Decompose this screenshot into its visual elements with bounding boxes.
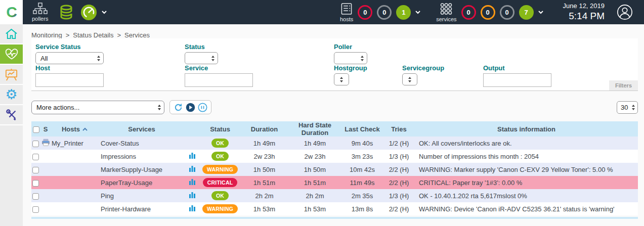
table-row[interactable]: Ping OK 2h 2m 2h 2m 2m 35s 1/3 (H) OK - … — [31, 189, 638, 202]
centreon-c-icon: C — [4, 4, 19, 21]
service-link[interactable]: Cover-Status — [101, 140, 139, 147]
hostgroup-select[interactable] — [334, 73, 349, 85]
poller-chevron-down-icon[interactable] — [101, 10, 107, 14]
filters-tab[interactable]: Filters — [609, 80, 638, 91]
database-status[interactable] — [59, 5, 73, 20]
chart-icon[interactable] — [189, 165, 196, 172]
service-input[interactable] — [185, 73, 253, 87]
latency-status[interactable] — [80, 4, 97, 21]
services-menu[interactable]: services — [436, 3, 456, 22]
status-badge: WARNING — [202, 165, 238, 174]
user-menu[interactable] — [617, 4, 633, 20]
select-arrows-icon — [211, 55, 215, 62]
service-link[interactable]: Printer-Hardware — [101, 205, 151, 213]
col-hosts[interactable]: Hosts — [51, 121, 99, 137]
breadcrumb-item[interactable]: Services — [124, 31, 150, 39]
pollers-menu[interactable]: pollers — [32, 3, 48, 22]
col-duration[interactable]: Duration — [240, 121, 288, 137]
service-status-counter[interactable]: 7 — [519, 5, 534, 20]
last-check-cell: 10m 42s — [341, 163, 383, 176]
duration-cell: 1h 51m — [240, 176, 288, 189]
chart-icon[interactable] — [189, 152, 196, 159]
page-size-select[interactable]: 30 — [617, 101, 638, 114]
host-input[interactable] — [35, 73, 104, 87]
chart-icon[interactable] — [189, 205, 196, 212]
row-checkbox[interactable] — [32, 193, 39, 200]
sidebar-item-administration[interactable] — [0, 105, 23, 125]
status-select[interactable] — [185, 52, 218, 64]
host-label: Host — [35, 64, 50, 72]
status-information-cell: Number of impressions this month : 2054 — [415, 150, 638, 163]
col-hard-state-duration[interactable]: Hard State Duration — [288, 121, 341, 137]
col-s[interactable]: S — [40, 121, 51, 137]
status-information-cell: WARNING: Marker supply 'Canon C-EXV 29 Y… — [415, 163, 638, 176]
more-actions-select[interactable]: More actions... — [31, 101, 164, 114]
host-status-counter[interactable]: 0 — [358, 5, 372, 20]
home-icon — [5, 28, 18, 40]
service-status-select[interactable]: All — [35, 52, 104, 64]
sidebar-item-configuration[interactable]: ⚙ — [0, 85, 23, 105]
output-input[interactable] — [483, 73, 551, 87]
row-checkbox[interactable] — [32, 206, 39, 213]
sidebar-item-monitoring[interactable] — [0, 44, 23, 65]
status-information-cell: OK: All covers/interlocks are ok. — [415, 137, 638, 150]
chart-icon[interactable] — [189, 192, 196, 199]
col-tries[interactable]: Tries — [383, 121, 415, 137]
row-checkbox[interactable] — [32, 167, 39, 173]
row-checkbox[interactable] — [32, 141, 39, 147]
col-last-check[interactable]: Last Check — [341, 121, 383, 137]
col-chart — [185, 121, 200, 137]
top-bar: C pollers — [0, 0, 644, 24]
play-button[interactable] — [186, 103, 195, 112]
row-checkbox[interactable] — [32, 154, 39, 160]
service-status-value: All — [40, 55, 48, 62]
tries-cell: 2/2 (H) — [383, 202, 415, 215]
breadcrumb-item[interactable]: Status Details — [73, 31, 113, 39]
hard-state-duration-cell: 2h 2m — [288, 189, 341, 202]
service-link[interactable]: Ping — [101, 192, 114, 200]
table-row[interactable]: MarkerSupply-Usage WARNING 1h 50m 1h 50m… — [31, 163, 638, 176]
select-all-checkbox[interactable] — [33, 126, 39, 133]
col-status-information[interactable]: Status information — [415, 121, 638, 137]
col-status[interactable]: Status — [200, 121, 240, 137]
sidebar: ⚙ — [0, 24, 23, 226]
chart-board-icon — [5, 68, 18, 81]
breadcrumb-item[interactable]: Monitoring — [31, 31, 62, 39]
hosts-menu[interactable]: hosts — [340, 3, 353, 22]
service-counters: 0007 — [457, 5, 534, 20]
table-row[interactable]: My_Printer Cover-Status OK 1h 49m 1h 49m… — [31, 137, 638, 150]
centreon-logo[interactable]: C — [0, 0, 23, 24]
service-link[interactable]: Impressions — [101, 153, 136, 160]
service-status-counter[interactable]: 0 — [461, 5, 476, 20]
sidebar-item-home[interactable] — [0, 24, 23, 44]
hard-state-duration-cell: 1h 50m — [288, 163, 341, 176]
last-check-cell: 11m 49s — [341, 176, 383, 189]
row-checkbox[interactable] — [32, 180, 39, 187]
host-status-counter[interactable]: 1 — [396, 5, 411, 20]
tries-cell: 1/2 (H) — [383, 137, 415, 150]
table-row[interactable]: Impressions OK 2w 23h 2w 23h 3m 23s 1/3 … — [31, 150, 638, 163]
service-status-counter[interactable]: 0 — [500, 5, 514, 20]
chart-icon[interactable] — [189, 178, 196, 186]
table-row[interactable]: Printer-Hardware WARNING 1h 53m 1h 53m 1… — [31, 202, 638, 215]
duration-cell: 2w 23h — [240, 150, 288, 163]
select-arrows-icon — [631, 104, 635, 111]
service-link[interactable]: MarkerSupply-Usage — [101, 166, 162, 173]
status-badge: CRITICAL — [203, 178, 238, 187]
poller-select[interactable] — [334, 52, 367, 64]
pause-button[interactable] — [198, 103, 207, 112]
status-badge: OK — [211, 139, 229, 148]
sidebar-item-reporting[interactable] — [0, 65, 23, 85]
service-link[interactable]: PaperTray-Usage — [101, 179, 152, 187]
more-actions-value: More actions... — [36, 104, 79, 111]
refresh-button[interactable] — [174, 103, 183, 112]
hosts-chevron-down-icon[interactable] — [415, 10, 421, 14]
host-link[interactable]: My_Printer — [52, 140, 83, 147]
col-services[interactable]: Services — [99, 121, 185, 137]
table-row[interactable]: PaperTray-Usage CRITICAL 1h 51m 1h 51m 1… — [31, 176, 638, 189]
servicegroup-select[interactable] — [402, 73, 417, 85]
gauge-icon — [80, 4, 97, 21]
host-status-counter[interactable]: 0 — [377, 5, 392, 20]
services-chevron-down-icon[interactable] — [538, 10, 544, 14]
service-status-counter[interactable]: 0 — [481, 5, 495, 20]
